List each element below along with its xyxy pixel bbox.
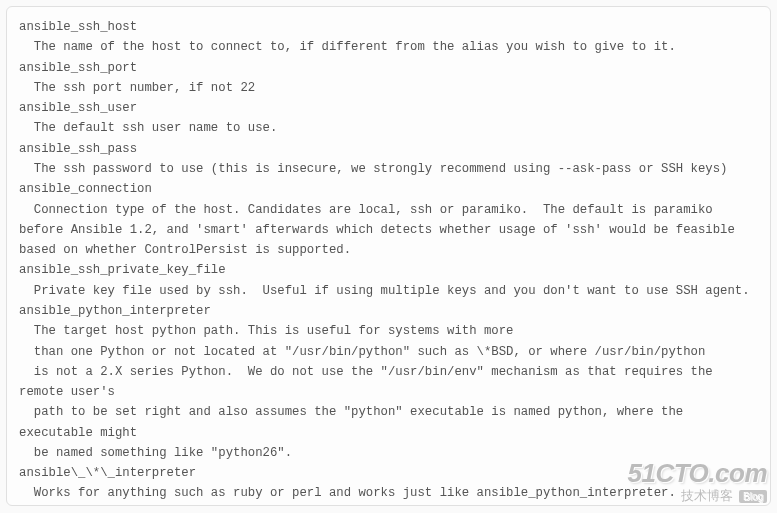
code-block: ansible_ssh_host The name of the host to… bbox=[6, 6, 771, 506]
